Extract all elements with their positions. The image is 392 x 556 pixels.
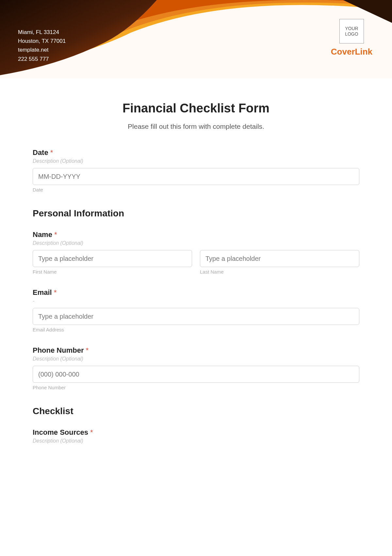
contact-info: Miami, FL 33124 Houston, TX 77001 templa…	[18, 28, 66, 63]
date-description: Description (Optional)	[33, 158, 359, 164]
date-sublabel: Date	[33, 187, 359, 193]
name-description: Description (Optional)	[33, 240, 359, 246]
contact-line-1: Miami, FL 33124	[18, 28, 66, 37]
email-description: -	[33, 298, 359, 304]
contact-line-2: Houston, TX 77001	[18, 37, 66, 45]
date-label: Date *	[33, 148, 359, 157]
income-field-group: Income Sources * Description (Optional)	[33, 428, 359, 444]
date-input[interactable]	[33, 168, 359, 185]
date-field-group: Date * Description (Optional) Date	[33, 148, 359, 193]
personal-info-heading: Personal Information	[33, 208, 359, 219]
logo-placeholder: YOUR LOGO	[339, 19, 364, 43]
required-mark: *	[86, 346, 89, 354]
required-mark: *	[50, 148, 53, 157]
name-field-group: Name * Description (Optional) First Name…	[33, 230, 359, 275]
header-banner: Miami, FL 33124 Houston, TX 77001 templa…	[0, 0, 392, 78]
first-name-sublabel: First Name	[33, 269, 192, 275]
required-mark: *	[54, 288, 57, 296]
phone-field-group: Phone Number * Description (Optional) Ph…	[33, 346, 359, 390]
email-label: Email *	[33, 288, 359, 297]
contact-line-3: template.net	[18, 45, 66, 54]
email-field-group: Email * - Email Address	[33, 288, 359, 332]
required-mark: *	[90, 428, 93, 436]
form-title: Financial Checklist Form	[33, 101, 359, 115]
logo-block: YOUR LOGO CoverLink	[331, 19, 372, 57]
form-container: Financial Checklist Form Please fill out…	[0, 78, 392, 444]
name-label: Name *	[33, 230, 359, 239]
last-name-input[interactable]	[200, 250, 359, 267]
email-input[interactable]	[33, 308, 359, 325]
form-subtitle: Please fill out this form with complete …	[33, 123, 359, 130]
phone-label: Phone Number *	[33, 346, 359, 355]
required-mark: *	[54, 230, 57, 239]
brand-name: CoverLink	[331, 47, 372, 57]
checklist-heading: Checklist	[33, 406, 359, 416]
contact-line-4: 222 555 777	[18, 55, 66, 63]
income-description: Description (Optional)	[33, 438, 359, 444]
last-name-sublabel: Last Name	[200, 269, 359, 275]
income-label: Income Sources *	[33, 428, 359, 437]
email-sublabel: Email Address	[33, 327, 359, 332]
phone-input[interactable]	[33, 366, 359, 383]
first-name-input[interactable]	[33, 250, 192, 267]
phone-description: Description (Optional)	[33, 356, 359, 362]
phone-sublabel: Phone Number	[33, 385, 359, 390]
